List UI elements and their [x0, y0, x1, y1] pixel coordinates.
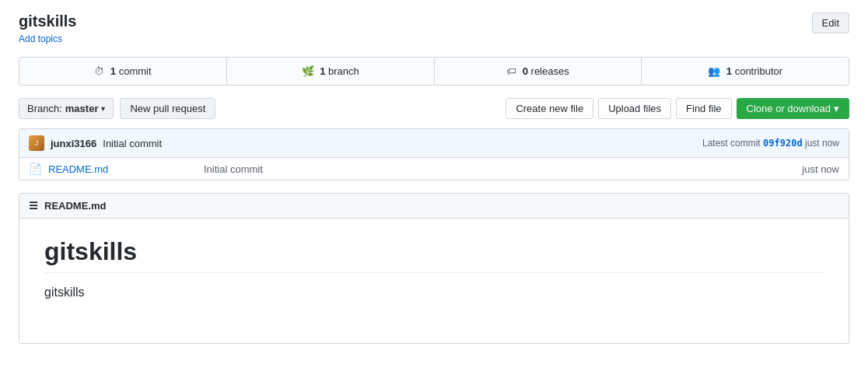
branch-caret-icon: ▾	[101, 104, 105, 113]
clone-or-download-button[interactable]: Clone or download ▾	[737, 98, 849, 119]
add-topics-link[interactable]: Add topics	[19, 33, 76, 44]
create-new-file-button[interactable]: Create new file	[506, 98, 593, 119]
file-icon: 📄	[29, 163, 42, 175]
stats-bar: ⏱ 1 commit 🌿 1 branch 🏷 0 releases 👥 1 c…	[19, 57, 849, 86]
upload-files-button[interactable]: Upload files	[598, 98, 671, 119]
commits-icon: ⏱	[94, 65, 104, 77]
toolbar: Branch: master ▾ New pull request Create…	[19, 98, 849, 119]
file-name[interactable]: README.md	[48, 163, 204, 175]
toolbar-right: Create new file Upload files Find file C…	[506, 98, 849, 119]
author-avatar: J	[29, 135, 44, 151]
readme-title: gitskills	[44, 237, 824, 273]
readme-header: ☰ README.md	[19, 194, 849, 219]
toolbar-left: Branch: master ▾ New pull request	[19, 98, 215, 119]
readme-header-icon: ☰	[29, 200, 38, 212]
clone-dropdown-icon: ▾	[834, 103, 839, 114]
find-file-button[interactable]: Find file	[676, 98, 732, 119]
branch-selector[interactable]: Branch: master ▾	[19, 98, 114, 119]
table-row: 📄 README.md Initial commit just now	[19, 158, 849, 180]
new-pull-request-button[interactable]: New pull request	[120, 98, 215, 119]
commit-time: just now	[805, 138, 839, 149]
readme-body: gitskills	[44, 286, 824, 300]
branches-icon: 🌿	[302, 65, 314, 77]
branch-name: master	[65, 103, 99, 114]
latest-commit-label: Latest commit	[702, 138, 761, 149]
file-time: just now	[802, 163, 839, 175]
readme-header-title: README.md	[44, 200, 106, 212]
branches-stat[interactable]: 🌿 1 branch	[227, 58, 435, 85]
commits-stat[interactable]: ⏱ 1 commit	[19, 58, 227, 85]
releases-stat[interactable]: 🏷 0 releases	[435, 58, 642, 85]
branch-label: Branch:	[27, 103, 62, 114]
releases-icon: 🏷	[506, 65, 516, 77]
commit-bar: J junxi3166 Initial commit Latest commit…	[19, 129, 849, 158]
repo-title: gitskills	[19, 12, 76, 30]
contributors-icon: 👥	[708, 65, 720, 77]
contributors-stat[interactable]: 👥 1 contributor	[642, 58, 849, 85]
edit-button[interactable]: Edit	[812, 12, 849, 33]
file-commit-message: Initial commit	[204, 163, 802, 175]
commit-meta: Latest commit 09f920d just now	[702, 138, 839, 149]
file-table: J junxi3166 Initial commit Latest commit…	[19, 128, 849, 180]
readme-content: gitskills gitskills	[19, 219, 849, 343]
commit-author[interactable]: junxi3166	[51, 138, 96, 149]
commit-sha[interactable]: 09f920d	[763, 138, 803, 149]
readme-box: ☰ README.md gitskills gitskills	[19, 193, 849, 344]
commit-message: Initial commit	[103, 138, 162, 149]
